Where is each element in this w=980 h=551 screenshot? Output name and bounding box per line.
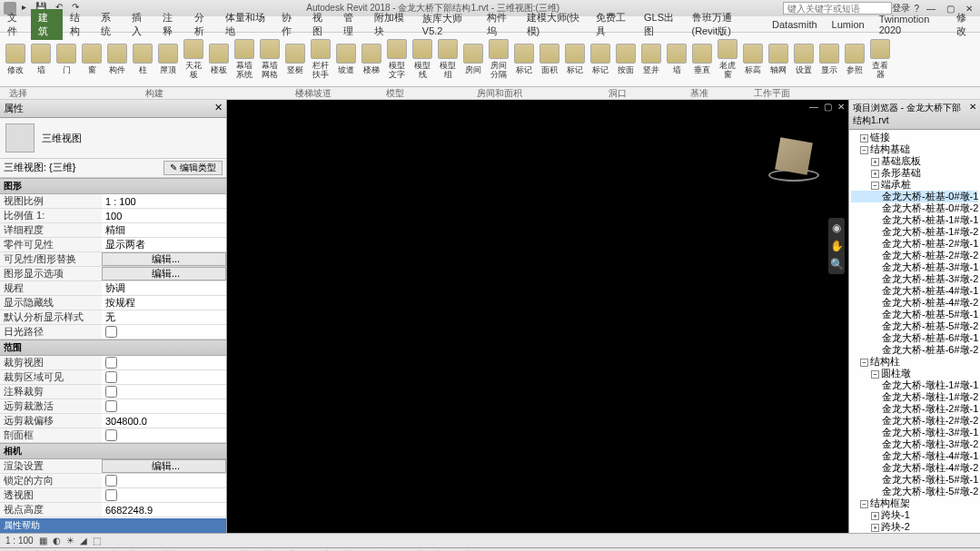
ribbon-btn-8[interactable]: 楼板 <box>207 34 231 84</box>
tree-node[interactable]: +基础底板 <box>851 155 978 167</box>
ribbon-btn-33[interactable]: 参照 <box>843 34 866 84</box>
prop-value[interactable] <box>102 385 226 398</box>
ribbon-btn-23[interactable]: 标记 <box>589 34 612 84</box>
ribbon-btn-19[interactable]: 房间分隔 <box>487 34 510 84</box>
tree-toggle-icon[interactable]: + <box>860 134 868 143</box>
tree-node[interactable]: −结构框架 <box>851 497 978 509</box>
prop-value[interactable] <box>102 428 226 442</box>
prop-value[interactable]: 编辑... <box>102 459 226 473</box>
ribbon-btn-11[interactable]: 竖梃 <box>283 34 307 84</box>
viewcube[interactable] <box>767 136 821 191</box>
tree-node[interactable]: 金龙大桥-桩基-3#墩-2 <box>851 273 978 285</box>
prop-checkbox[interactable] <box>105 371 117 383</box>
tree-node[interactable]: 金龙大桥-桩基-4#墩-1 <box>851 285 978 297</box>
ribbon-btn-12[interactable]: 栏杆扶手 <box>309 34 332 84</box>
ribbon-btn-26[interactable]: 墙 <box>665 34 688 84</box>
tree-node[interactable]: +跨块-1 <box>851 509 978 521</box>
tree-node[interactable]: 金龙大桥-桩基-1#墩-2 <box>851 226 978 238</box>
tree-node[interactable]: 金龙大桥-桩基-6#墩-2 <box>851 344 978 356</box>
tab-18[interactable]: Datasmith <box>765 17 825 32</box>
ribbon-btn-4[interactable]: 构件 <box>105 34 129 84</box>
tree-node[interactable]: +跨块-2 <box>851 521 978 533</box>
tab-20[interactable]: Twinmotion 2020 <box>872 12 949 37</box>
tree-node[interactable]: 金龙大桥-桩基-6#墩-1 <box>851 332 978 344</box>
shadows-icon[interactable]: ◢ <box>80 536 87 546</box>
tree-node[interactable]: 金龙大桥-墩柱-1#墩-1 <box>851 379 978 391</box>
prop-value[interactable]: 304800.0 <box>102 414 226 428</box>
edit-type-button[interactable]: ✎ 编辑类型 <box>163 161 223 175</box>
viewport-minimize-icon[interactable]: — <box>807 102 820 112</box>
ribbon-btn-15[interactable]: 模型文字 <box>385 34 409 84</box>
visual-style-icon[interactable]: ◐ <box>53 536 61 546</box>
prop-checkbox[interactable] <box>105 357 117 369</box>
properties-type-selector[interactable]: 三维视图 <box>0 118 226 159</box>
tree-node[interactable]: 金龙大桥-桩基-2#墩-1 <box>851 238 978 250</box>
tree-toggle-icon[interactable]: + <box>871 524 879 532</box>
prop-value[interactable]: 6682248.9 <box>102 503 226 517</box>
prop-value[interactable] <box>102 399 226 413</box>
nav-wheel-icon[interactable]: ◉ <box>832 221 841 234</box>
ribbon-btn-2[interactable]: 门 <box>54 34 78 84</box>
ribbon-btn-14[interactable]: 楼梯 <box>360 34 383 84</box>
prop-value[interactable] <box>102 488 226 502</box>
prop-checkbox[interactable] <box>105 429 117 441</box>
ribbon-btn-32[interactable]: 显示 <box>817 34 841 84</box>
tree-node[interactable]: −端承桩 <box>851 179 978 191</box>
ribbon-btn-34[interactable]: 查看器 <box>868 34 892 84</box>
tree-toggle-icon[interactable]: + <box>871 170 879 178</box>
browser-close-icon[interactable]: ✕ <box>969 102 976 127</box>
ribbon-btn-6[interactable]: 屋顶 <box>156 34 180 84</box>
nav-pan-icon[interactable]: ✋ <box>830 240 844 252</box>
prop-checkbox[interactable] <box>105 489 117 501</box>
viewcube-cube[interactable] <box>775 137 813 175</box>
ribbon-btn-0[interactable]: 修改 <box>4 34 27 84</box>
ribbon-btn-13[interactable]: 坡道 <box>334 34 358 84</box>
ribbon-btn-17[interactable]: 模型组 <box>436 34 460 84</box>
prop-value[interactable]: 编辑... <box>102 267 226 280</box>
viewport-close-icon[interactable]: ✕ <box>836 102 846 112</box>
ribbon-btn-10[interactable]: 幕墙网格 <box>258 34 282 84</box>
tree-node[interactable]: 金龙大桥-桩基-5#墩-1 <box>851 309 978 320</box>
prop-value[interactable] <box>102 356 226 369</box>
prop-value[interactable]: 无 <box>102 310 226 324</box>
ribbon-btn-21[interactable]: 面积 <box>538 34 561 84</box>
ribbon-btn-16[interactable]: 模型线 <box>411 34 434 84</box>
ribbon-btn-24[interactable]: 按面 <box>614 34 638 84</box>
prop-checkbox[interactable] <box>105 400 117 412</box>
ribbon-btn-22[interactable]: 标记 <box>563 34 587 84</box>
tree-toggle-icon[interactable]: − <box>860 146 868 154</box>
prop-value[interactable]: 显示两者 <box>102 238 226 251</box>
ribbon-btn-28[interactable]: 老虎窗 <box>716 34 739 84</box>
ribbon-btn-9[interactable]: 幕墙系统 <box>233 34 256 84</box>
tab-21[interactable]: 修改 <box>949 9 980 40</box>
prop-value[interactable] <box>102 370 226 384</box>
prop-value[interactable]: 协调 <box>102 281 226 295</box>
tree-node[interactable]: 金龙大桥-墩柱-1#墩-2 <box>851 391 978 403</box>
tree-node[interactable]: −结构柱 <box>851 356 978 368</box>
tree-node[interactable]: 金龙大桥-桩基-3#墩-1 <box>851 261 978 273</box>
tree-toggle-icon[interactable]: − <box>860 500 868 508</box>
ribbon-btn-7[interactable]: 天花板 <box>182 34 205 84</box>
prop-value[interactable]: 精细 <box>102 223 226 237</box>
tree-node[interactable]: −圆柱墩 <box>851 368 978 379</box>
ribbon-btn-1[interactable]: 墙 <box>29 34 53 84</box>
viewport-3d[interactable]: — ▢ ✕ ◉ ✋ 🔍 <box>227 100 848 533</box>
ribbon-btn-31[interactable]: 设置 <box>792 34 816 84</box>
ribbon-btn-5[interactable]: 柱 <box>131 34 154 84</box>
properties-help[interactable]: 属性帮助 <box>0 518 226 533</box>
prop-checkbox[interactable] <box>105 386 117 398</box>
tree-node[interactable]: 金龙大桥-墩柱-5#墩-2 <box>851 486 978 497</box>
crop-icon[interactable]: ⬚ <box>93 536 101 546</box>
tree-node[interactable]: 金龙大桥-墩柱-4#墩-1 <box>851 450 978 462</box>
tree-toggle-icon[interactable]: + <box>871 158 879 166</box>
tree-node[interactable]: +条形基础 <box>851 167 978 179</box>
tree-node[interactable]: 金龙大桥-墩柱-3#墩-2 <box>851 438 978 450</box>
prop-value[interactable] <box>102 474 226 487</box>
tree-toggle-icon[interactable]: + <box>871 512 879 520</box>
tree-node[interactable]: 金龙大桥-桩基-0#墩-1 <box>851 191 978 202</box>
properties-close-icon[interactable]: ✕ <box>214 102 223 115</box>
tree-toggle-icon[interactable]: − <box>871 370 879 379</box>
tree-node[interactable]: 金龙大桥-桩基-0#墩-2 <box>851 202 978 214</box>
ribbon-btn-3[interactable]: 窗 <box>80 34 104 84</box>
prop-value[interactable]: 按规程 <box>102 296 226 310</box>
